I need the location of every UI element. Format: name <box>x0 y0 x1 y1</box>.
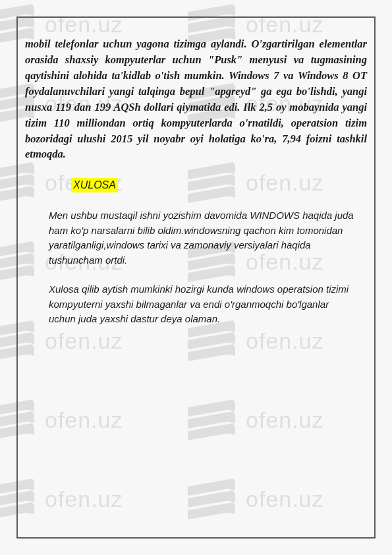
document-content: mobil telefonlar uchun yagona tizimga ay… <box>25 36 367 327</box>
paragraph-body-1: Men ushbu mustaqil ishni yozishim davomi… <box>49 208 354 268</box>
heading-xulosa: XULOSA <box>71 178 118 192</box>
paragraph-main: mobil telefonlar uchun yagona tizimga ay… <box>25 36 367 162</box>
paragraph-body-2: Xulosa qilib aytish mumkinki hozirgi kun… <box>49 282 354 327</box>
